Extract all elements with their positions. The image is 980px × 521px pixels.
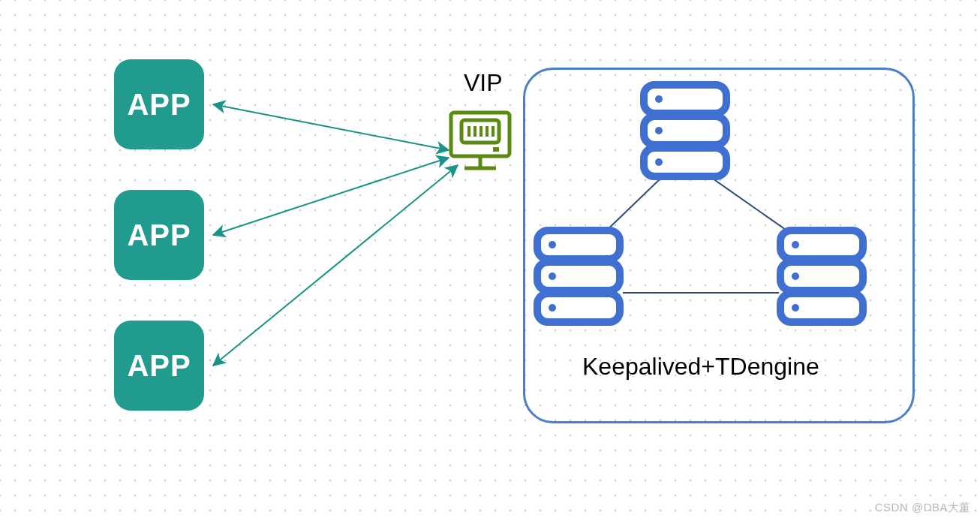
app-label: APP (127, 88, 191, 122)
arrow-app2-vip (213, 158, 449, 235)
watermark: CSDN @DBA大董 (875, 501, 971, 515)
arrows-group (213, 104, 458, 366)
app-node: APP (114, 59, 204, 149)
vip-label: VIP (464, 69, 503, 97)
app-node: APP (114, 190, 204, 280)
app-node: APP (114, 321, 204, 411)
app-label: APP (127, 349, 191, 383)
app-label: APP (127, 218, 191, 252)
arrow-app3-vip (213, 165, 458, 366)
vip-icon (451, 113, 510, 168)
arrow-app1-vip (213, 104, 449, 150)
cluster-label: Keepalived+TDengine (582, 353, 819, 381)
diagram-canvas: APP APP APP VIP Keepalived+TDengine CSDN… (0, 0, 980, 521)
